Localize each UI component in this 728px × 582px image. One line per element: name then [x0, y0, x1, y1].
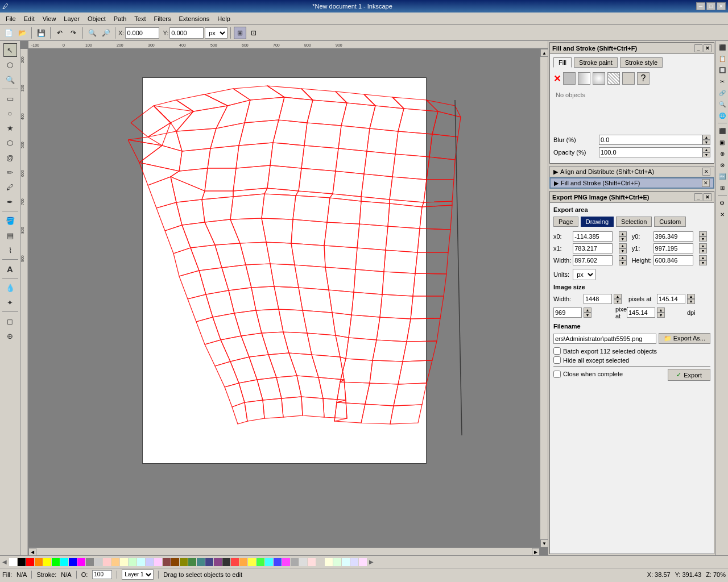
dpi1-down[interactable]: ▼: [687, 299, 695, 304]
canvas-inner[interactable]: [28, 49, 540, 547]
tool-zoom2[interactable]: ⊕: [3, 329, 17, 343]
fr-btn-3[interactable]: 🔲: [717, 65, 727, 75]
palette-color-30[interactable]: [265, 558, 273, 566]
undo-button[interactable]: ↶: [53, 27, 66, 39]
blur-down[interactable]: ▼: [702, 140, 710, 145]
tool-star[interactable]: ★: [3, 121, 17, 135]
palette-color-14[interactable]: [129, 558, 136, 566]
dpi1-input[interactable]: [657, 294, 685, 304]
tool-paint-bucket[interactable]: 🪣: [3, 214, 17, 227]
fr-btn-1[interactable]: ⬛: [717, 42, 727, 52]
tool-calligraphy[interactable]: ✒: [3, 195, 17, 209]
menu-path[interactable]: Path: [110, 14, 130, 23]
export-custom-btn[interactable]: Custom: [654, 217, 686, 227]
menu-extensions[interactable]: Extensions: [175, 14, 213, 23]
tool-eraser[interactable]: ◻: [3, 314, 17, 328]
scroll-right-arrow[interactable]: ▶: [532, 548, 540, 555]
palette-color-16[interactable]: [146, 558, 154, 566]
y0-down[interactable]: ▼: [699, 236, 707, 242]
palette-color-18[interactable]: [163, 558, 171, 566]
fill-radial-swatch[interactable]: [593, 72, 605, 85]
img-width-input[interactable]: [584, 294, 612, 304]
x1-up[interactable]: ▲: [619, 243, 627, 248]
tool-spray[interactable]: ✦: [3, 296, 17, 309]
blur-input[interactable]: [599, 135, 702, 145]
palette-color-3[interactable]: [35, 558, 43, 566]
palette-color-17[interactable]: [154, 558, 162, 566]
width-down[interactable]: ▼: [619, 260, 627, 265]
opacity-up[interactable]: ▲: [702, 147, 710, 152]
palette-color-21[interactable]: [188, 558, 196, 566]
img-height-up[interactable]: ▲: [584, 307, 592, 313]
palette-color-12[interactable]: [111, 558, 119, 566]
tab-stroke-paint[interactable]: Stroke paint: [574, 57, 618, 68]
export-main-button[interactable]: ✓ Export: [668, 369, 710, 381]
fill-none-icon[interactable]: ✕: [553, 73, 561, 84]
menu-object[interactable]: Object: [84, 14, 109, 23]
hide-except-checkbox[interactable]: [553, 356, 561, 364]
palette-color-38[interactable]: [333, 558, 341, 566]
fr-btn-9[interactable]: ▣: [717, 137, 727, 147]
palette-color-2[interactable]: [26, 558, 34, 566]
fr-btn-6[interactable]: 🔍: [717, 99, 727, 109]
x-input[interactable]: [125, 27, 159, 39]
tool-3d-box[interactable]: ⬡: [3, 136, 17, 149]
menu-filters[interactable]: Filters: [151, 14, 175, 23]
palette-color-24[interactable]: [214, 558, 222, 566]
x1-input[interactable]: [573, 243, 613, 253]
palette-color-37[interactable]: [325, 558, 333, 566]
menu-layer[interactable]: Layer: [60, 14, 83, 23]
snap-button[interactable]: ⊞: [234, 27, 246, 39]
palette-color-26[interactable]: [231, 558, 239, 566]
fr-btn-4[interactable]: ✂: [717, 76, 727, 86]
fr-btn-13[interactable]: ⊞: [717, 182, 727, 193]
new-button[interactable]: 📄: [2, 27, 15, 39]
height-down[interactable]: ▼: [699, 260, 707, 265]
fr-btn-11[interactable]: ⊗: [717, 160, 727, 170]
img-width-up[interactable]: ▲: [614, 294, 622, 299]
menu-edit[interactable]: Edit: [20, 14, 38, 23]
x0-up[interactable]: ▲: [619, 231, 627, 236]
fill-stroke-docked-close[interactable]: ✕: [702, 179, 710, 187]
close-complete-checkbox[interactable]: [553, 371, 561, 378]
palette-color-19[interactable]: [171, 558, 179, 566]
tool-pen[interactable]: 🖊: [3, 180, 17, 194]
tool-text[interactable]: A: [3, 262, 17, 276]
export-selection-btn[interactable]: Selection: [616, 217, 652, 227]
y1-up[interactable]: ▲: [699, 243, 707, 248]
palette-color-13[interactable]: [120, 558, 128, 566]
img-height-input[interactable]: [553, 307, 582, 318]
fr-btn-15[interactable]: ✕: [717, 209, 727, 219]
dpi1-up[interactable]: ▲: [687, 294, 695, 299]
opacity-input[interactable]: [599, 147, 702, 157]
tool-dropper[interactable]: 💧: [3, 281, 17, 294]
fill-flat-swatch[interactable]: [563, 72, 576, 85]
export-as-button[interactable]: 📁 Export As...: [659, 333, 710, 344]
tool-rect[interactable]: ▭: [3, 92, 17, 105]
palette-color-34[interactable]: [299, 558, 307, 566]
tool-zoom[interactable]: 🔍: [3, 73, 17, 86]
palette-color-28[interactable]: [248, 558, 256, 566]
opacity-down[interactable]: ▼: [702, 152, 710, 157]
y1-input[interactable]: [653, 243, 693, 253]
filename-input[interactable]: [553, 334, 656, 344]
fill-stroke-minimize[interactable]: _: [694, 44, 702, 52]
export-drawing-btn[interactable]: Drawing: [581, 217, 614, 227]
palette-color-29[interactable]: [257, 558, 264, 566]
y-input[interactable]: [169, 27, 204, 39]
height-up[interactable]: ▲: [699, 255, 707, 260]
height-input[interactable]: [653, 255, 693, 265]
palette-color-39[interactable]: [342, 558, 350, 566]
palette-color-0[interactable]: [9, 558, 17, 566]
menu-file[interactable]: File: [2, 14, 19, 23]
blur-up[interactable]: ▲: [702, 135, 710, 140]
dpi2-up[interactable]: ▲: [657, 307, 665, 313]
tab-stroke-style[interactable]: Stroke style: [620, 57, 663, 68]
units-dropdown[interactable]: px mm cm in: [573, 269, 595, 280]
menu-text[interactable]: Text: [131, 14, 149, 23]
fill-linear-swatch[interactable]: [578, 72, 590, 85]
tool-selector[interactable]: ↖: [3, 43, 17, 57]
palette-scroll-left[interactable]: ◀: [2, 559, 7, 565]
align-close[interactable]: ✕: [702, 168, 710, 176]
palette-color-40[interactable]: [350, 558, 358, 566]
